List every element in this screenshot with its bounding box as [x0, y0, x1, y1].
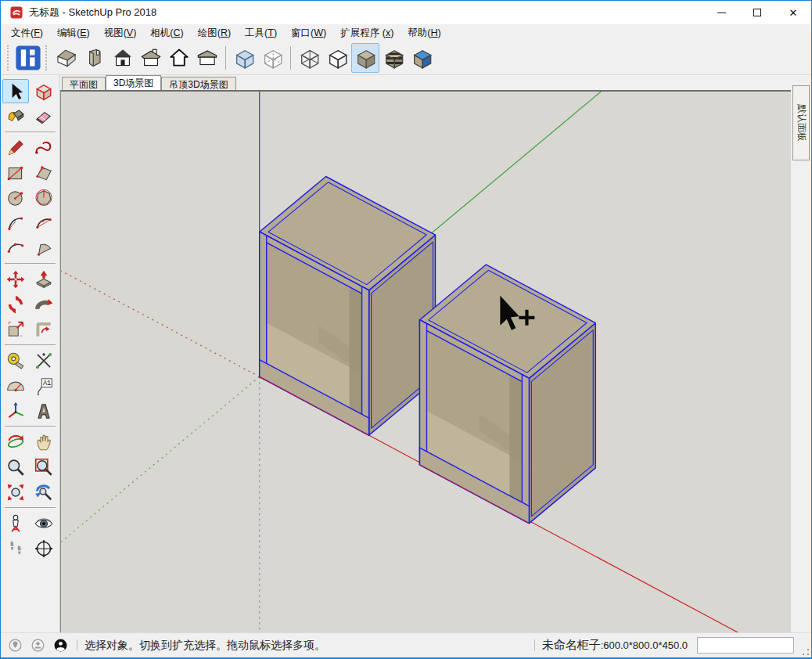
style-shaded-button[interactable] — [351, 43, 379, 73]
top-toolbar — [1, 41, 811, 75]
scene-tab-3[interactable]: 吊顶3D场景图 — [161, 77, 235, 90]
tool-polygon[interactable] — [31, 185, 57, 210]
scene-tab-1[interactable]: 平面图 — [62, 77, 106, 90]
cabinet-2[interactable] — [420, 265, 596, 524]
tool-section-plane[interactable] — [31, 536, 57, 560]
house-front-button[interactable] — [109, 43, 137, 73]
style-wireframe-button[interactable] — [295, 43, 323, 73]
tool-rotate[interactable] — [2, 292, 29, 316]
house-3d-button[interactable] — [52, 43, 81, 73]
tool-rectangle[interactable] — [2, 160, 29, 185]
menu-e[interactable]: 编辑(E) — [50, 25, 97, 41]
tool-group-separator — [5, 507, 56, 508]
tool-look-around[interactable] — [31, 511, 57, 535]
tool-tape-measure[interactable] — [2, 348, 29, 373]
tool-pan[interactable] — [31, 430, 57, 454]
tool-arc[interactable] — [2, 211, 29, 235]
viewport-canvas[interactable] — [61, 92, 791, 632]
geolocation-icon[interactable] — [7, 638, 23, 654]
right-tray-strip: 默认面板 — [791, 75, 811, 632]
cabinet-1[interactable] — [260, 177, 436, 436]
tool-group-separator — [5, 263, 56, 264]
model-dims-label: 600.0*800.0*450.0 — [603, 639, 688, 651]
style-monochrome-button[interactable] — [408, 43, 436, 73]
style-back-edges-button[interactable] — [258, 43, 286, 73]
tool-dimension[interactable] — [31, 348, 57, 373]
house-outline-button[interactable] — [165, 43, 193, 73]
minimize-button[interactable] — [703, 1, 739, 24]
tool-pie[interactable] — [31, 236, 57, 260]
tool-freehand[interactable] — [31, 135, 57, 160]
sketchup-logo-icon — [10, 6, 23, 19]
house-flat-button[interactable] — [193, 43, 221, 73]
style-textured-button[interactable] — [379, 43, 408, 73]
tool-move[interactable] — [2, 267, 29, 291]
tool-select[interactable] — [2, 79, 29, 103]
menubar: 文件(F)编辑(E)视图(V)相机(C)绘图(R)工具(T)窗口(W)扩展程序 … — [1, 24, 811, 41]
statusbar-separator — [77, 639, 77, 651]
statusbar: 选择对象。切换到扩充选择。拖动鼠标选择多项。 未命名柜子 : 600.0*800… — [1, 632, 811, 657]
statusbar-separator-2 — [534, 639, 535, 651]
menu-c[interactable]: 相机(C) — [143, 25, 190, 41]
claim-credit-icon[interactable] — [30, 638, 45, 654]
tool-paint-bucket[interactable] — [2, 104, 29, 128]
toolbar-grip[interactable] — [45, 45, 49, 70]
menu-r[interactable]: 绘图(R) — [191, 25, 238, 41]
tool-zoom-window[interactable] — [31, 455, 57, 479]
tool-follow-me[interactable] — [31, 292, 57, 316]
tool-push-pull[interactable] — [31, 267, 57, 291]
tool-line[interactable] — [2, 135, 29, 160]
window-title: 无标题 - SketchUp Pro 2018 — [29, 5, 156, 20]
resize-grip[interactable] — [802, 648, 810, 656]
toolbar-grip[interactable] — [7, 45, 11, 70]
menu-v[interactable]: 视图(V) — [97, 25, 144, 41]
tool-walk[interactable] — [2, 536, 29, 560]
maximize-icon — [753, 9, 761, 16]
svg-text:A1: A1 — [43, 380, 51, 387]
toolbar-separator — [290, 46, 291, 70]
box-3d-button[interactable] — [81, 43, 109, 73]
tool-group-separator — [5, 131, 56, 132]
style-hidden-line-button[interactable] — [323, 43, 351, 73]
cabinet-plugin-button[interactable] — [14, 43, 42, 73]
status-hint-text: 选择对象。切换到扩充选择。拖动鼠标选择多项。 — [84, 639, 325, 653]
scene-tab-2[interactable]: 3D场景图 — [106, 75, 161, 90]
tool-zoom-extents[interactable] — [2, 480, 29, 504]
tool-zoom[interactable] — [2, 455, 29, 479]
tool-3d-text[interactable] — [31, 398, 57, 423]
default-tray-tab-label: 默认面板 — [795, 104, 808, 142]
style-xray-button[interactable] — [230, 43, 258, 73]
tool-make-component[interactable] — [31, 79, 57, 103]
menu-w[interactable]: 窗口(W) — [284, 25, 333, 41]
default-tray-tab[interactable]: 默认面板 — [792, 85, 810, 160]
tool-protractor[interactable] — [2, 373, 29, 398]
maximize-button[interactable] — [739, 1, 775, 24]
tool-rotated-rectangle[interactable] — [31, 160, 57, 185]
tool-circle[interactable] — [2, 185, 29, 210]
menu-f[interactable]: 文件(F) — [4, 25, 50, 41]
house-chimney-button[interactable] — [137, 43, 165, 73]
tool-offset[interactable] — [31, 317, 57, 341]
tool-position-camera[interactable] — [2, 511, 29, 535]
tool-scale[interactable] — [2, 317, 29, 341]
close-button[interactable]: ✕ — [775, 1, 811, 24]
tool-text[interactable]: A1 — [31, 373, 57, 398]
menu-t[interactable]: 工具(T) — [238, 25, 284, 41]
tool-eraser[interactable] — [31, 104, 57, 128]
tool-two-point-arc[interactable] — [31, 211, 57, 235]
center-area: 平面图3D场景图吊顶3D场景图 — [60, 75, 791, 632]
tool-axes[interactable] — [2, 398, 29, 423]
tool-three-point-arc[interactable] — [2, 236, 29, 260]
scene-tabbar: 平面图3D场景图吊顶3D场景图 — [60, 75, 791, 90]
tool-orbit[interactable] — [2, 430, 29, 454]
sign-in-icon[interactable] — [52, 638, 68, 654]
measurement-input[interactable] — [697, 637, 794, 654]
model-name-label: 未命名柜子 — [542, 638, 601, 653]
menu-h[interactable]: 帮助(H) — [401, 25, 447, 41]
window-controls: ✕ — [703, 1, 811, 24]
menu-x[interactable]: 扩展程序 (x) — [333, 25, 401, 41]
close-icon: ✕ — [789, 7, 798, 19]
viewport — [60, 90, 791, 632]
titlebar: 无标题 - SketchUp Pro 2018 ✕ — [1, 1, 811, 24]
tool-previous[interactable] — [31, 480, 57, 504]
